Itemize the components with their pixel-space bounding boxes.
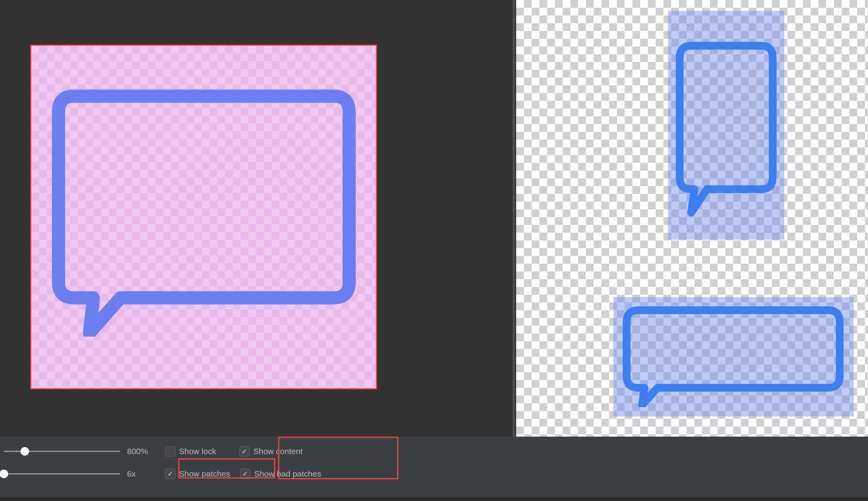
scale-value: 6x — [127, 469, 158, 479]
preview-panel[interactable] — [516, 0, 868, 437]
footer-divider — [0, 497, 868, 501]
show-bad-patches-checkbox[interactable]: Show bad patches — [240, 469, 321, 479]
show-content-checkbox[interactable]: Show content — [239, 446, 303, 456]
speech-bubble-icon — [623, 306, 844, 407]
checkbox-label: Show lock — [179, 447, 216, 456]
slider-thumb[interactable] — [21, 447, 29, 456]
speech-bubble-icon — [676, 42, 777, 220]
show-lock-checkbox[interactable]: Show lock — [165, 446, 216, 456]
checkbox-box — [165, 469, 175, 479]
preview-shape-horizontal — [613, 297, 854, 416]
show-patches-checkbox[interactable]: Show patches — [165, 469, 230, 479]
slider-thumb[interactable] — [0, 470, 8, 478]
preview-shape-vertical — [668, 11, 784, 240]
scale-slider[interactable] — [4, 470, 120, 478]
checkbox-label: Show content — [253, 447, 303, 456]
control-bar: 800% Show lock Show content 6x Show patc… — [0, 437, 868, 483]
panel-splitter[interactable] — [512, 0, 516, 437]
zoom-value: 800% — [127, 447, 158, 456]
checkbox-box — [240, 469, 250, 479]
checkbox-label: Show patches — [179, 469, 230, 479]
speech-bubble-icon — [51, 88, 357, 337]
source-canvas-panel — [0, 0, 512, 437]
source-canvas[interactable] — [30, 45, 377, 389]
zoom-slider[interactable] — [4, 447, 120, 455]
checkbox-label: Show bad patches — [254, 469, 321, 479]
checkbox-box — [165, 446, 175, 456]
slider-track — [4, 473, 120, 475]
checkbox-box — [239, 446, 250, 456]
